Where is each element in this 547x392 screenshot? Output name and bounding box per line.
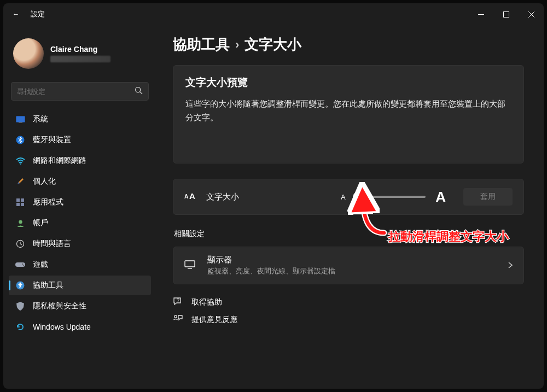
svg-rect-11 xyxy=(21,198,24,202)
svg-point-14 xyxy=(19,220,22,223)
svg-rect-16 xyxy=(15,262,25,267)
svg-rect-23 xyxy=(185,261,195,267)
svg-text:?: ? xyxy=(177,297,179,303)
sidebar-item-label: Windows Update xyxy=(33,323,91,331)
minimize-button[interactable] xyxy=(468,3,493,25)
breadcrumb: 協助工具 › 文字大小 xyxy=(173,35,524,54)
avatar xyxy=(13,38,44,69)
svg-line-5 xyxy=(140,91,142,93)
related-section-title: 相關設定 xyxy=(174,229,524,239)
slider-max-label: A xyxy=(435,189,446,206)
maximize-button[interactable] xyxy=(493,3,519,25)
svg-point-26 xyxy=(174,315,177,318)
sidebar-item-label: 系統 xyxy=(33,114,48,124)
gaming-icon xyxy=(15,260,25,270)
slider-label: 文字大小 xyxy=(206,192,239,202)
text-size-slider[interactable] xyxy=(356,196,426,198)
preview-title: 文字大小預覽 xyxy=(185,75,511,90)
breadcrumb-part2: 文字大小 xyxy=(245,35,301,54)
sidebar-item-personalization[interactable]: 個人化 xyxy=(9,172,151,191)
update-icon xyxy=(15,322,25,332)
sidebar-item-accounts[interactable]: 帳戶 xyxy=(9,213,151,233)
svg-rect-12 xyxy=(16,203,20,206)
related-title: 顯示器 xyxy=(207,255,335,265)
sidebar-item-label: 遊戲 xyxy=(33,260,48,270)
search-icon xyxy=(135,86,143,97)
search-box[interactable] xyxy=(11,82,149,101)
sidebar-item-label: 隱私權與安全性 xyxy=(33,301,86,311)
get-help-link[interactable]: ? 取得協助 xyxy=(173,296,524,308)
search-input[interactable] xyxy=(17,87,135,96)
sidebar-item-apps[interactable]: 應用程式 xyxy=(9,192,151,212)
feedback-link[interactable]: 提供意見反應 xyxy=(173,314,524,325)
svg-point-18 xyxy=(23,265,24,266)
related-subtitle: 監視器、亮度、夜間光線、顯示器設定檔 xyxy=(207,267,335,276)
wifi-icon xyxy=(15,156,25,166)
feedback-icon xyxy=(173,314,184,325)
sidebar-item-label: 網路和網際網路 xyxy=(33,156,86,166)
sidebar-item-label: 個人化 xyxy=(33,177,56,186)
profile-name: Claire Chang xyxy=(50,45,110,54)
chevron-right-icon xyxy=(508,261,513,271)
shield-icon xyxy=(15,301,25,311)
sidebar-item-label: 藍牙與裝置 xyxy=(33,135,71,145)
svg-rect-13 xyxy=(21,203,24,206)
sidebar-item-label: 時間與語言 xyxy=(33,239,71,249)
paintbrush-icon xyxy=(15,177,25,186)
sidebar-item-accessibility[interactable]: 協助工具 xyxy=(9,276,151,295)
bluetooth-icon xyxy=(15,135,25,145)
textsize-icon: AA xyxy=(184,191,196,202)
apply-button[interactable]: 套用 xyxy=(463,188,513,206)
accessibility-icon xyxy=(15,280,25,290)
system-icon xyxy=(15,114,25,124)
svg-rect-10 xyxy=(16,198,20,202)
preview-description: 這些字的大小將隨著您調整滑桿而變更。您在此處所做的變更都將套用至您裝置上的大部分… xyxy=(185,97,511,124)
slider-thumb[interactable] xyxy=(353,192,363,202)
profile-block[interactable]: Claire Chang xyxy=(9,32,151,78)
accounts-icon xyxy=(15,218,25,228)
svg-rect-7 xyxy=(19,122,22,122)
svg-text:A: A xyxy=(189,191,195,200)
close-button[interactable] xyxy=(519,3,544,25)
sidebar-item-gaming[interactable]: 遊戲 xyxy=(9,255,151,274)
slider-min-label: A xyxy=(341,193,346,201)
sidebar-item-network[interactable]: 網路和網際網路 xyxy=(9,151,151,171)
related-display-card[interactable]: 顯示器 監視器、亮度、夜間光線、顯示器設定檔 xyxy=(173,247,524,284)
svg-point-20 xyxy=(19,282,21,284)
sidebar-item-timelang[interactable]: 時間與語言 xyxy=(9,234,151,254)
display-icon xyxy=(184,260,196,271)
clock-icon xyxy=(15,239,25,249)
help-icon: ? xyxy=(173,296,184,308)
svg-rect-6 xyxy=(16,116,25,122)
sidebar-item-windowsupdate[interactable]: Windows Update xyxy=(9,317,151,337)
sidebar-item-system[interactable]: 系統 xyxy=(9,109,151,129)
sidebar-item-privacy[interactable]: 隱私權與安全性 xyxy=(9,296,151,316)
breadcrumb-part1[interactable]: 協助工具 xyxy=(173,35,230,54)
svg-text:A: A xyxy=(184,194,188,200)
sidebar-item-label: 應用程式 xyxy=(33,197,63,207)
get-help-label: 取得協助 xyxy=(191,297,222,307)
text-size-slider-card: AA 文字大小 A A 套用 xyxy=(173,179,524,215)
sidebar-item-label: 協助工具 xyxy=(33,280,63,290)
sidebar-item-label: 帳戶 xyxy=(33,218,48,228)
text-size-preview-card: 文字大小預覽 這些字的大小將隨著您調整滑桿而變更。您在此處所做的變更都將套用至您… xyxy=(173,65,524,163)
profile-email-redacted xyxy=(50,56,110,62)
sidebar-item-bluetooth[interactable]: 藍牙與裝置 xyxy=(9,130,151,150)
chevron-right-icon: › xyxy=(235,38,239,52)
svg-point-4 xyxy=(136,87,141,92)
window-title: 設定 xyxy=(31,10,45,19)
svg-point-9 xyxy=(20,163,21,165)
svg-point-17 xyxy=(22,264,23,265)
apps-icon xyxy=(15,197,25,207)
back-button[interactable]: ← xyxy=(11,10,21,18)
svg-rect-1 xyxy=(503,11,509,17)
feedback-label: 提供意見反應 xyxy=(191,315,237,325)
